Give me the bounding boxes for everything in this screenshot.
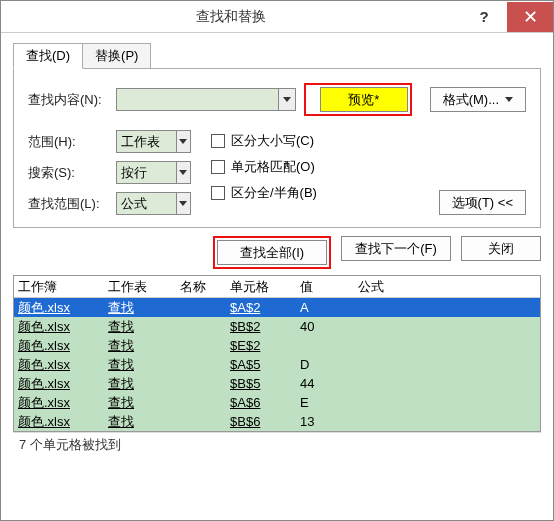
- lookin-input[interactable]: [117, 193, 176, 214]
- close-dialog-button[interactable]: 关闭: [461, 236, 541, 261]
- col-cell[interactable]: 单元格: [226, 277, 296, 297]
- cell-name: [176, 326, 226, 328]
- cell-sheet: 查找: [104, 355, 176, 375]
- cell-value: A: [296, 299, 354, 316]
- cell-book: 颜色.xlsx: [14, 317, 104, 337]
- preview-swatch: 预览*: [320, 87, 408, 112]
- options-button[interactable]: 选项(T) <<: [439, 190, 526, 215]
- lookin-combo[interactable]: [116, 192, 191, 215]
- action-row: 查找全部(I) 查找下一个(F) 关闭: [13, 236, 541, 269]
- chevron-down-icon: [505, 97, 513, 103]
- find-next-button[interactable]: 查找下一个(F): [341, 236, 451, 261]
- cell-name: [176, 307, 226, 309]
- cell-name: [176, 383, 226, 385]
- cell-formula: [354, 326, 540, 328]
- table-row[interactable]: 颜色.xlsx查找$A$5D: [14, 355, 540, 374]
- cell-book: 颜色.xlsx: [14, 298, 104, 318]
- results-table: 工作簿 工作表 名称 单元格 值 公式 颜色.xlsx查找$A$2A颜色.xls…: [13, 275, 541, 432]
- cell-cell: $B$6: [226, 413, 296, 430]
- cell-value: 13: [296, 413, 354, 430]
- tab-find[interactable]: 查找(D): [13, 43, 83, 69]
- options-left: 范围(H): 搜索(S): 查找范围(L: [28, 130, 191, 215]
- chevron-down-icon[interactable]: [278, 89, 294, 110]
- cell-book: 颜色.xlsx: [14, 374, 104, 394]
- cell-sheet: 查找: [104, 412, 176, 432]
- chevron-down-icon[interactable]: [176, 162, 190, 183]
- search-combo[interactable]: [116, 161, 191, 184]
- options-area: 范围(H): 搜索(S): 查找范围(L: [28, 130, 526, 215]
- checkbox-icon: [211, 134, 225, 148]
- cell-sheet: 查找: [104, 317, 176, 337]
- col-book[interactable]: 工作簿: [14, 277, 104, 297]
- format-button[interactable]: 格式(M)...: [430, 87, 526, 112]
- search-input[interactable]: [117, 162, 176, 183]
- cell-name: [176, 345, 226, 347]
- col-formula[interactable]: 公式: [354, 277, 540, 297]
- within-combo[interactable]: [116, 130, 191, 153]
- close-button[interactable]: ✕: [507, 2, 553, 32]
- tab-replace[interactable]: 替换(P): [82, 43, 151, 69]
- row-findwhat: 查找内容(N): 预览* 格式(M)...: [28, 83, 526, 116]
- cell-formula: [354, 421, 540, 423]
- options-mid: 区分大小写(C) 单元格匹配(O) 区分全/半角(B): [211, 130, 317, 215]
- cell-book: 颜色.xlsx: [14, 355, 104, 375]
- cell-name: [176, 402, 226, 404]
- cell-sheet: 查找: [104, 374, 176, 394]
- cell-book: 颜色.xlsx: [14, 412, 104, 432]
- col-sheet[interactable]: 工作表: [104, 277, 176, 297]
- table-row[interactable]: 颜色.xlsx查找$B$240: [14, 317, 540, 336]
- cell-sheet: 查找: [104, 336, 176, 356]
- cell-cell: $A$6: [226, 394, 296, 411]
- cell-value: D: [296, 356, 354, 373]
- results-body: 颜色.xlsx查找$A$2A颜色.xlsx查找$B$240颜色.xlsx查找$E…: [14, 298, 540, 431]
- cell-sheet: 查找: [104, 393, 176, 413]
- cell-value: E: [296, 394, 354, 411]
- cell-sheet: 查找: [104, 298, 176, 318]
- check-case[interactable]: 区分大小写(C): [211, 132, 317, 150]
- tabs: 查找(D) 替换(P): [13, 43, 541, 69]
- cell-value: [296, 345, 354, 347]
- table-row[interactable]: 颜色.xlsx查找$E$2: [14, 336, 540, 355]
- cell-name: [176, 421, 226, 423]
- cell-name: [176, 364, 226, 366]
- find-input-combo[interactable]: [116, 88, 296, 111]
- cell-formula: [354, 402, 540, 404]
- results-header: 工作簿 工作表 名称 单元格 值 公式: [14, 276, 540, 298]
- cell-value: 40: [296, 318, 354, 335]
- titlebar: 查找和替换 ? ✕: [1, 1, 553, 33]
- within-input[interactable]: [117, 131, 176, 152]
- cell-cell: $B$2: [226, 318, 296, 335]
- table-row[interactable]: 颜色.xlsx查找$B$613: [14, 412, 540, 431]
- cell-value: 44: [296, 375, 354, 392]
- cell-cell: $E$2: [226, 337, 296, 354]
- col-value[interactable]: 值: [296, 277, 354, 297]
- cell-formula: [354, 307, 540, 309]
- col-name[interactable]: 名称: [176, 277, 226, 297]
- label-findwhat: 查找内容(N):: [28, 91, 108, 109]
- label-search: 搜索(S):: [28, 164, 108, 182]
- status-bar: 7 个单元格被找到: [13, 432, 541, 457]
- highlight-preview: 预览*: [304, 83, 412, 116]
- check-width[interactable]: 区分全/半角(B): [211, 184, 317, 202]
- window-title: 查找和替换: [1, 8, 461, 26]
- chevron-down-icon[interactable]: [176, 193, 190, 214]
- highlight-findall: 查找全部(I): [213, 236, 331, 269]
- table-row[interactable]: 颜色.xlsx查找$A$2A: [14, 298, 540, 317]
- help-button[interactable]: ?: [461, 2, 507, 32]
- dialog-find-replace: 查找和替换 ? ✕ 查找(D) 替换(P) 查找内容(N): 预览* 格式(M)…: [0, 0, 554, 521]
- find-pane: 查找内容(N): 预览* 格式(M)... 范围(H):: [13, 68, 541, 228]
- find-all-button[interactable]: 查找全部(I): [217, 240, 327, 265]
- cell-book: 颜色.xlsx: [14, 336, 104, 356]
- cell-formula: [354, 383, 540, 385]
- chevron-down-icon[interactable]: [176, 131, 190, 152]
- cell-cell: $A$5: [226, 356, 296, 373]
- table-row[interactable]: 颜色.xlsx查找$B$544: [14, 374, 540, 393]
- cell-book: 颜色.xlsx: [14, 393, 104, 413]
- table-row[interactable]: 颜色.xlsx查找$A$6E: [14, 393, 540, 412]
- cell-cell: $B$5: [226, 375, 296, 392]
- checkbox-icon: [211, 186, 225, 200]
- options-right: 选项(T) <<: [439, 190, 526, 215]
- check-match[interactable]: 单元格匹配(O): [211, 158, 317, 176]
- find-input[interactable]: [117, 89, 278, 110]
- dialog-body: 查找(D) 替换(P) 查找内容(N): 预览* 格式(M)...: [1, 33, 553, 520]
